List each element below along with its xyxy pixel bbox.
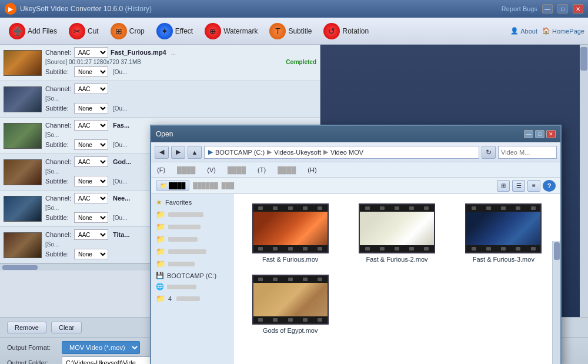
path-part-video-mov[interactable]: Video MOV — [330, 149, 363, 156]
menu-item-t2[interactable]: ████ — [225, 165, 248, 175]
file-meta: [So... — [45, 205, 59, 211]
remove-button[interactable]: Remove — [7, 322, 46, 333]
film-hole — [365, 206, 370, 210]
subtitle-select[interactable]: None — [74, 249, 108, 259]
film-strip-top — [253, 205, 328, 212]
sidebar-item-favorites[interactable]: ★ Favorites — [151, 196, 233, 208]
channel-label: Channel: — [45, 195, 72, 202]
file-name: Nee... — [113, 195, 130, 202]
menu-item-f[interactable]: (F) — [155, 165, 168, 175]
dialog-maximize-button[interactable]: □ — [535, 130, 544, 138]
up-button[interactable]: ▲ — [188, 146, 202, 159]
film-strip-bottom — [466, 245, 540, 252]
clear-button[interactable]: Clear — [51, 322, 82, 333]
thumbnail-view-button[interactable]: ⊞ — [497, 180, 510, 192]
folder-icon: 📁 — [156, 294, 165, 303]
vertical-scrollbar[interactable] — [580, 45, 588, 317]
path-part-1[interactable]: ▶ — [208, 148, 213, 156]
list-item[interactable]: 📁 4 — [151, 292, 233, 305]
subtitle-select[interactable]: None — [74, 66, 108, 77]
refresh-button[interactable]: ↻ — [482, 146, 496, 159]
menu-item-v[interactable]: (V) — [205, 165, 218, 175]
homepage-button[interactable]: 🏠 HomePage — [542, 27, 584, 35]
video-content — [360, 212, 434, 245]
channel-select[interactable]: AAC — [74, 193, 108, 203]
back-button[interactable]: ◀ — [155, 146, 169, 159]
channel-select[interactable]: AAC — [74, 47, 108, 58]
new-folder-button[interactable]: 📁 ████ — [156, 181, 189, 191]
cut-button[interactable]: ✂ Cut — [64, 20, 104, 42]
effect-icon: ✦ — [156, 23, 173, 39]
sidebar-item-label — [167, 285, 196, 289]
rotation-button[interactable]: ↺ Rotation — [318, 20, 374, 42]
list-view-button[interactable]: ☰ — [512, 180, 525, 192]
menu-item-edit[interactable]: ████ — [175, 165, 198, 175]
subtitle-select[interactable]: None — [74, 212, 108, 223]
toolbar-right: 👤 About 🏠 HomePage — [510, 27, 584, 35]
list-item[interactable]: 🌐 — [151, 281, 233, 292]
file-name-label: Fast & Furious.mov — [262, 256, 318, 263]
crop-button[interactable]: ⊞ Crop — [105, 20, 150, 42]
output-meta: [Ou... — [113, 69, 127, 75]
list-item[interactable]: Gods of Egypt.mov — [240, 272, 340, 336]
channel-select[interactable]: AAC — [74, 156, 108, 167]
channel-select[interactable]: AAC — [74, 84, 108, 94]
about-button[interactable]: 👤 About — [510, 27, 537, 35]
help-button[interactable]: ? — [543, 180, 556, 192]
list-item[interactable]: 📁 — [151, 258, 233, 270]
report-bugs-link[interactable]: Report Bugs — [502, 5, 537, 12]
subtitle-select[interactable]: None — [74, 103, 108, 113]
dialog-minimize-button[interactable]: — — [524, 130, 533, 138]
close-button[interactable]: ✕ — [573, 4, 583, 14]
film-hole — [318, 318, 322, 322]
add-files-button[interactable]: ➕ Add Files — [4, 20, 62, 42]
menu-item-t[interactable]: (T) — [255, 165, 268, 175]
sidebar-item-bootcamp[interactable]: 💾 BOOTCAMP (C:) — [151, 270, 233, 281]
dialog-body: ★ Favorites 📁 📁 📁 📁 — [151, 194, 560, 364]
dialog-search-input[interactable] — [498, 146, 557, 159]
subtitle-button[interactable]: T Subtitle — [264, 20, 317, 42]
file-thumbnail — [4, 232, 42, 258]
forward-button[interactable]: ▶ — [171, 146, 185, 159]
subtitle-select[interactable]: None — [74, 139, 108, 150]
watermark-button[interactable]: ⊕ Watermark — [199, 20, 263, 42]
effect-button[interactable]: ✦ Effect — [151, 20, 198, 42]
output-format-select[interactable]: MOV Video (*.mov) — [62, 341, 140, 354]
film-hole — [409, 247, 414, 251]
add-files-label: Add Files — [28, 27, 57, 35]
details-view-button[interactable]: ≡ — [527, 180, 540, 192]
dialog-scrollbar[interactable] — [552, 241, 560, 364]
video-content — [253, 212, 328, 245]
list-item[interactable]: 📁 — [151, 208, 233, 221]
history-label: (History) — [125, 5, 152, 13]
title-bar: ▶ UkeySoft Video Converter 10.6.0 (Histo… — [0, 0, 588, 18]
film-hole — [273, 278, 278, 281]
list-item[interactable]: 📁 — [151, 245, 233, 258]
more-options[interactable]: ... — [171, 49, 176, 56]
channel-select[interactable]: AAC — [74, 229, 108, 240]
path-part-videos[interactable]: Videos-Ukeysoft — [274, 149, 321, 156]
dialog-close-button[interactable]: ✕ — [546, 130, 556, 138]
folder-icon: 📁 — [156, 235, 165, 243]
minimize-button[interactable]: — — [542, 4, 553, 14]
crop-icon: ⊞ — [111, 23, 127, 39]
menu-item-t3[interactable]: ████ — [275, 165, 298, 175]
list-item[interactable]: Fast & Furious.mov — [240, 201, 340, 265]
subtitle-select[interactable]: None — [74, 176, 108, 186]
subtitle-label: Subtitle: — [45, 68, 72, 75]
dialog-toolbar: ◀ ▶ ▲ ▶ BOOTCAMP (C:) ▶ Videos-Ukeysoft … — [151, 142, 560, 162]
folder-icon: 📁 — [156, 222, 165, 231]
film-hole — [380, 247, 385, 251]
dialog-menu-bar: (F) ████ (V) ████ (T) ████ (H) — [151, 162, 560, 178]
file-name: Tita... — [113, 231, 130, 238]
list-item[interactable]: Fast & Furious-2.mov — [347, 201, 446, 265]
maximize-button[interactable]: □ — [557, 4, 568, 14]
channel-select[interactable]: AAC — [74, 120, 108, 131]
list-item[interactable]: Fast & Furious-3.mov — [454, 201, 553, 265]
output-folder-label: Output Folder: — [7, 359, 57, 364]
list-item[interactable]: 📁 — [151, 221, 233, 233]
list-item[interactable]: 📁 — [151, 233, 233, 245]
path-part-bootcamp[interactable]: BOOTCAMP (C:) — [215, 149, 265, 156]
file-meta: [So... — [45, 132, 59, 138]
menu-item-h[interactable]: (H) — [305, 165, 319, 175]
